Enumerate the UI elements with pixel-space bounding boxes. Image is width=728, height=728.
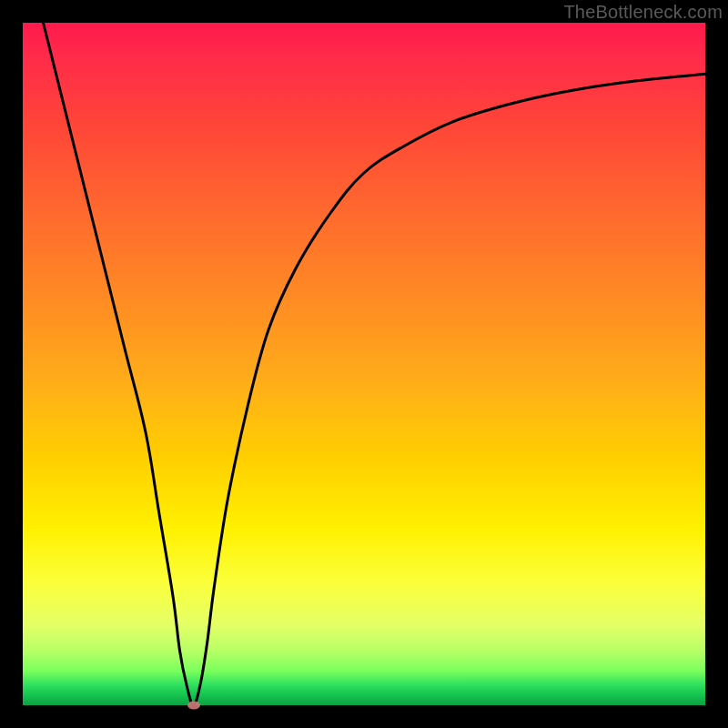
- watermark-text: TheBottleneck.com: [563, 2, 723, 23]
- bottleneck-curve: [23, 23, 705, 705]
- plot-area: [23, 23, 705, 705]
- chart-stage: TheBottleneck.com: [0, 0, 728, 728]
- optimal-point-marker: [187, 702, 200, 710]
